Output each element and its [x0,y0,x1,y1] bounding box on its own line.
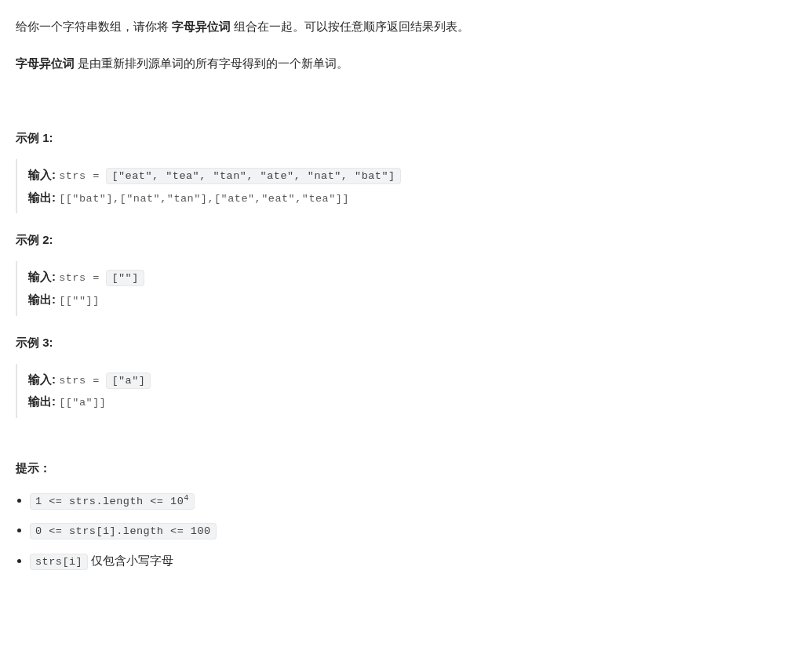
intro-bold-anagram: 字母异位词 [172,20,231,33]
constraint-text: 仅包含小写字母 [88,554,173,567]
output-value: [["a"]] [59,397,106,409]
input-prefix: strs = [59,375,106,387]
example-3: 示例 3: 输入: strs = ["a"] 输出: [["a"]] [16,332,789,418]
input-label: 输入: [28,168,59,181]
output-label: 输出: [28,394,59,408]
example-heading: 示例 3: [16,332,789,353]
intro-bold-anagram: 字母异位词 [16,56,75,70]
input-value: ["a"] [106,372,151,389]
constraint-code: 1 <= strs.length <= 104 [30,493,195,510]
example-block: 输入: strs = ["a"] 输出: [["a"]] [16,364,789,418]
constraint-item: 1 <= strs.length <= 104 [30,491,789,510]
intro-line-2: 字母异位词 是由重新排列源单词的所有字母得到的一个新单词。 [16,53,789,74]
input-value: [""] [106,270,144,286]
constraint-item: 0 <= strs[i].length <= 100 [30,521,789,540]
example-output-line: 输出: [["a"]] [28,390,789,413]
example-block: 输入: strs = ["eat", "tea", "tan", "ate", … [16,159,789,213]
constraint-code: strs[i] [30,554,88,570]
example-input-line: 输入: strs = ["a"] [28,369,789,391]
example-input-line: 输入: strs = [""] [28,266,789,289]
input-prefix: strs = [59,170,106,182]
example-1: 示例 1: 输入: strs = ["eat", "tea", "tan", "… [16,127,789,213]
example-input-line: 输入: strs = ["eat", "tea", "tan", "ate", … [28,164,789,187]
output-value: [[""]] [59,295,100,307]
intro-text: 是由重新排列源单词的所有字母得到的一个新单词。 [75,56,348,70]
example-output-line: 输出: [[""]] [28,289,789,311]
example-heading: 示例 2: [16,229,789,250]
constraint-code: 0 <= strs[i].length <= 100 [30,523,217,539]
intro-line-1: 给你一个字符串数组，请你将 字母异位词 组合在一起。可以按任意顺序返回结果列表。 [16,16,789,37]
example-block: 输入: strs = [""] 输出: [[""]] [16,261,789,315]
example-output-line: 输出: [["bat"],["nat","tan"],["ate","eat",… [28,187,789,209]
input-value: ["eat", "tea", "tan", "ate", "nat", "bat… [106,168,400,184]
intro-text: 组合在一起。可以按任意顺序返回结果列表。 [231,20,469,33]
input-label: 输入: [28,372,59,386]
intro-text: 给你一个字符串数组，请你将 [16,20,172,33]
output-label: 输出: [28,191,59,204]
output-label: 输出: [28,292,59,306]
constraints-list: 1 <= strs.length <= 104 0 <= strs[i].len… [16,491,789,571]
constraints-heading: 提示： [16,457,789,478]
input-label: 输入: [28,270,59,283]
example-2: 示例 2: 输入: strs = [""] 输出: [[""]] [16,229,789,315]
example-heading: 示例 1: [16,127,789,148]
constraint-item: strs[i] 仅包含小写字母 [30,551,789,571]
input-prefix: strs = [59,272,106,284]
output-value: [["bat"],["nat","tan"],["ate","eat","tea… [59,193,349,205]
